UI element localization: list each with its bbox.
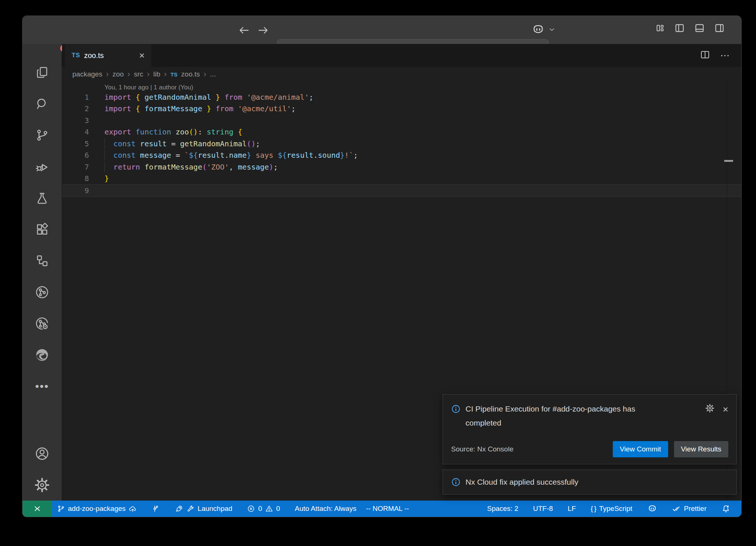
statusbar-auto-attach[interactable]: Auto Attach: Always [290, 501, 361, 517]
code-line[interactable]: 2import { formatMessage } from '@acme/ut… [62, 103, 741, 115]
code-line[interactable]: 5 const result = getRandomAnimal(); [62, 138, 741, 150]
breadcrumb-item[interactable]: packages [72, 70, 102, 78]
split-editor-button[interactable] [700, 49, 711, 62]
code-line[interactable]: 7 return formatMessage('ZOO', message); [62, 161, 741, 173]
notification-ci-pipeline: CI Pipeline Execution for #add-zoo-packa… [443, 394, 737, 464]
editor-actions-ellipsis-icon[interactable]: ⋯ [720, 50, 730, 61]
testing-flask-icon [35, 191, 49, 205]
commit-graph-search-icon [34, 316, 50, 331]
hierarchy-icon [35, 253, 49, 268]
activity-bar: ••• [23, 44, 62, 501]
line-number: 8 [62, 174, 89, 183]
statusbar-formatter[interactable]: Prettier [667, 501, 711, 517]
code-line[interactable]: 4export function zoo(): string { [62, 126, 741, 138]
line-number: 2 [62, 104, 89, 113]
eol-label: LF [568, 505, 576, 513]
code-line[interactable]: 1import { getRandomAnimal } from '@acme/… [62, 91, 741, 103]
statusbar-notifications-bell[interactable] [717, 501, 735, 517]
copilot-icon [647, 504, 657, 514]
codelens-blame[interactable]: You, 1 hour ago | 1 author (You) [62, 82, 741, 91]
copilot-menu[interactable] [531, 23, 556, 37]
notification-message: CI Pipeline Execution for #add-zoo-packa… [465, 402, 657, 430]
code-line[interactable]: 6 const message = `${result.name} says $… [62, 150, 741, 161]
screenshot-canvas: acme [0, 0, 756, 546]
toggle-panel-button[interactable] [694, 23, 705, 35]
chevron-down-icon [548, 26, 556, 33]
overview-ruler-mark [724, 160, 733, 162]
breadcrumb-item[interactable]: zoo [113, 70, 124, 78]
remote-indicator[interactable] [23, 501, 52, 517]
view-results-button[interactable]: View Results [674, 441, 728, 457]
sidebar-item-extensions[interactable] [23, 214, 62, 245]
statusbar-indentation[interactable]: Spaces: 2 [482, 501, 523, 517]
notification-settings-button[interactable] [705, 403, 715, 415]
copilot-icon [531, 23, 545, 37]
bell-icon [721, 504, 731, 513]
breadcrumb-item[interactable]: src [134, 70, 143, 78]
typescript-file-icon: TS [72, 52, 80, 59]
code-text: const message = `${result.name} says ${r… [89, 151, 358, 160]
statusbar-copilot[interactable] [642, 501, 662, 517]
double-check-icon [672, 504, 681, 513]
code-line[interactable]: 9 [62, 184, 741, 197]
customize-layout-button[interactable] [655, 23, 665, 35]
branch-name: add-zoo-packages [68, 505, 126, 513]
code-text: import { formatMessage } from '@acme/uti… [89, 104, 296, 113]
breadcrumb[interactable]: packages › zoo › src › lib › TS zoo.ts ›… [62, 67, 741, 82]
statusbar-pipeline[interactable] [147, 501, 165, 517]
statusbar-eol[interactable]: LF [563, 501, 581, 517]
sidebar-item-search[interactable] [23, 88, 62, 119]
notification-close-icon[interactable]: × [723, 405, 728, 414]
tab-zoo-ts[interactable]: TS zoo.ts × [65, 44, 151, 67]
cloud-upload-icon [128, 505, 137, 513]
launchpad-label: Launchpad [197, 505, 232, 513]
extensions-icon [35, 222, 49, 237]
statusbar-encoding[interactable]: UTF-8 [528, 501, 558, 517]
statusbar-vim-mode[interactable]: -- NORMAL -- [361, 501, 413, 517]
breadcrumb-item[interactable]: lib [153, 70, 160, 78]
breadcrumb-symbol-more[interactable]: ... [210, 70, 216, 78]
sidebar-item-source-control[interactable] [23, 119, 62, 151]
code-text: const result = getRandomAnimal(); [89, 139, 260, 148]
line-number: 9 [62, 186, 89, 195]
breadcrumb-file[interactable]: zoo.ts [181, 70, 200, 78]
settings-button[interactable] [23, 469, 62, 501]
title-bar: acme [23, 16, 741, 44]
code-line[interactable]: 3 [62, 115, 741, 126]
arrow-right-icon [257, 24, 269, 37]
back-button[interactable] [238, 24, 250, 37]
toggle-primary-sidebar-button[interactable] [674, 23, 685, 35]
statusbar-launchpad[interactable]: Launchpad [170, 501, 237, 517]
code-lines: 1import { getRandomAnimal } from '@acme/… [62, 91, 741, 197]
status-bar: add-zoo-packages Launchpad 0 [23, 501, 741, 517]
gear-icon [705, 403, 715, 413]
notification-nx-cloud: Nx Cloud fix applied successfully [443, 470, 737, 495]
sidebar-item-more-views[interactable]: ••• [23, 371, 62, 402]
toggle-secondary-sidebar-button[interactable] [714, 23, 725, 35]
forward-button[interactable] [257, 24, 269, 37]
sidebar-item-run-debug[interactable] [23, 151, 62, 182]
vim-mode-label: -- NORMAL -- [366, 505, 409, 513]
sidebar-item-commit-graph-search[interactable] [23, 308, 62, 339]
gear-icon [34, 477, 50, 493]
layout-panel-icon [694, 23, 705, 34]
statusbar-problems[interactable]: 0 0 [242, 501, 285, 517]
sidebar-item-hierarchy-view[interactable] [23, 245, 62, 276]
customize-layout-icon [655, 23, 665, 33]
sidebar-item-commit-graph[interactable] [23, 276, 62, 308]
sidebar-item-testing[interactable] [23, 182, 62, 214]
encoding-label: UTF-8 [533, 505, 553, 513]
remote-icon [32, 504, 42, 513]
line-number: 6 [62, 151, 89, 160]
code-line[interactable]: 8} [62, 173, 741, 185]
view-commit-button[interactable]: View Commit [613, 441, 668, 457]
formatter-label: Prettier [684, 505, 707, 513]
sidebar-item-edge-devtools[interactable] [23, 339, 62, 371]
code-text: import { getRandomAnimal } from '@acme/a… [89, 93, 313, 102]
sidebar-item-explorer[interactable] [23, 57, 62, 88]
statusbar-branch[interactable]: add-zoo-packages [52, 501, 142, 517]
accounts-button[interactable] [23, 438, 62, 469]
chevron-right-icon: › [147, 70, 150, 78]
statusbar-language[interactable]: { } TypeScript [586, 501, 637, 517]
tab-close-icon[interactable]: × [139, 51, 145, 60]
